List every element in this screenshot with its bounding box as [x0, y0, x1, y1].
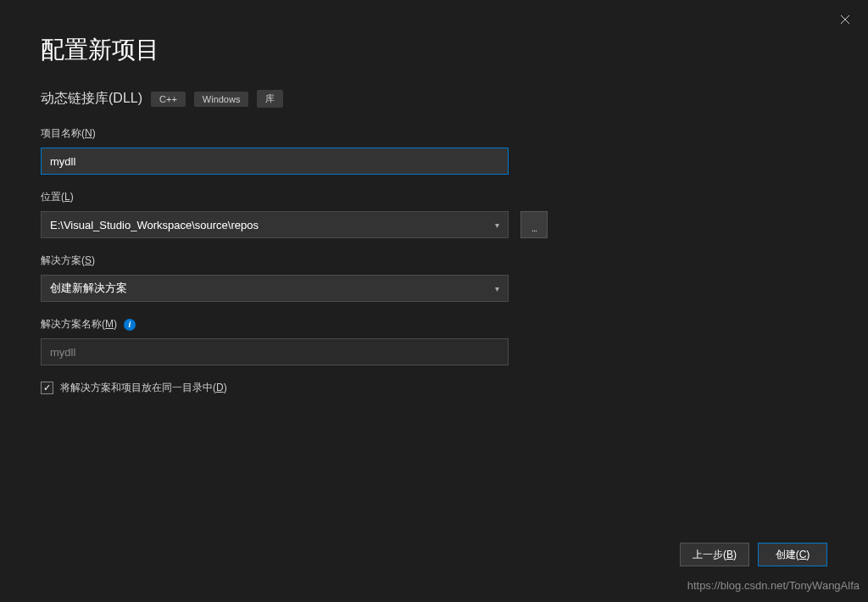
chevron-down-icon: ▾ [495, 284, 499, 293]
main-content: 配置新项目 动态链接库(DLL) C++ Windows 库 项目名称(N) 位… [0, 0, 868, 412]
chevron-down-icon: ▾ [495, 220, 499, 230]
subtitle-row: 动态链接库(DLL) C++ Windows 库 [41, 90, 827, 108]
solution-value: 创建新解决方案 [50, 281, 127, 296]
browse-label: ... [531, 223, 537, 233]
watermark: https://blog.csdn.net/TonyWangAlfa [687, 579, 860, 592]
project-name-group: 项目名称(N) [41, 126, 827, 175]
location-row: E:\Visual_Studio_Workspace\source\repos … [41, 211, 827, 238]
same-directory-checkbox-row[interactable]: ✓ 将解决方案和项目放在同一目录中(D) [41, 381, 827, 395]
browse-button[interactable]: ... [520, 211, 548, 238]
solution-name-label-row: 解决方案名称(M) i [41, 317, 827, 332]
project-name-input[interactable] [41, 148, 509, 175]
close-icon [840, 14, 850, 25]
project-name-label: 项目名称(N) [41, 126, 827, 141]
info-icon[interactable]: i [124, 319, 136, 331]
location-label: 位置(L) [41, 190, 827, 204]
solution-name-input [41, 338, 509, 365]
solution-name-group: 解决方案名称(M) i [41, 317, 827, 365]
same-directory-checkbox[interactable]: ✓ [41, 382, 53, 394]
same-directory-label: 将解决方案和项目放在同一目录中(D) [60, 381, 227, 395]
back-button[interactable]: 上一步(B) [680, 543, 749, 566]
project-type-subtitle: 动态链接库(DLL) [41, 90, 142, 108]
tag-library: 库 [257, 90, 283, 108]
footer-buttons: 上一步(B) 创建(C) [680, 543, 827, 566]
location-value: E:\Visual_Studio_Workspace\source\repos [50, 219, 259, 231]
solution-combobox[interactable]: 创建新解决方案 ▾ [41, 275, 509, 302]
solution-group: 解决方案(S) 创建新解决方案 ▾ [41, 254, 827, 302]
checkmark-icon: ✓ [43, 382, 51, 393]
solution-label: 解决方案(S) [41, 254, 827, 268]
location-group: 位置(L) E:\Visual_Studio_Workspace\source\… [41, 190, 827, 238]
close-button[interactable] [832, 7, 858, 32]
tag-windows: Windows [194, 92, 249, 107]
solution-name-label: 解决方案名称(M) [41, 317, 117, 332]
tag-cpp: C++ [151, 92, 186, 107]
location-combobox[interactable]: E:\Visual_Studio_Workspace\source\repos … [41, 211, 509, 238]
page-title: 配置新项目 [41, 34, 827, 66]
create-button[interactable]: 创建(C) [758, 543, 827, 566]
